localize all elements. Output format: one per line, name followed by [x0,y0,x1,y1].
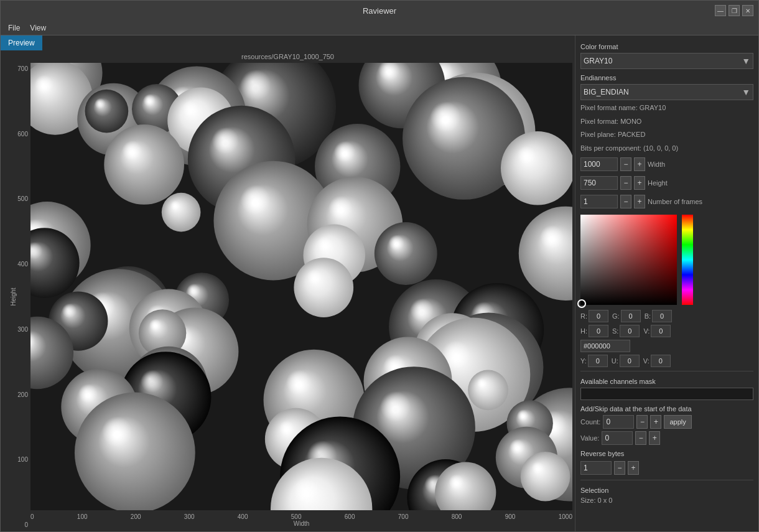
hex-value[interactable]: #000000 [580,340,630,352]
hue-strip[interactable] [682,215,693,305]
yuv-v-value[interactable]: 0 [651,355,671,367]
count-row: Count: 0 − + apply [580,415,753,429]
b-value[interactable]: 0 [652,310,672,322]
channels-mask-area[interactable] [580,388,753,400]
value-decrement[interactable]: − [635,431,646,445]
window-controls: — ❐ ✕ [715,5,753,16]
preview-tab[interactable]: Preview [1,35,42,50]
y-label-300: 300 [14,326,28,333]
hex-row: #000000 [580,340,753,352]
reverse-bytes-row: 1 − + [580,461,753,475]
main-window: Raviewer — ❐ ✕ File View Preview resourc… [0,0,759,532]
u-value[interactable]: 0 [620,355,640,367]
yuv-row: Y: 0 U: 0 V: 0 [580,355,753,367]
value-value[interactable]: 0 [602,431,633,445]
height-row: 750 − + Height [580,176,753,190]
main-image-area: 0 100 200 300 400 500 600 700 800 900 10 [30,63,572,531]
width-value[interactable]: 1000 [580,157,618,171]
titlebar: Raviewer — ❐ ✕ [1,1,758,21]
y-axis-title: Height [10,288,17,306]
v-value[interactable]: 0 [651,325,671,337]
x-label-300: 300 [184,513,195,520]
g-label: G: [612,312,620,320]
x-label-200: 200 [131,513,141,520]
x-label-100: 100 [77,513,88,520]
reverse-bytes-value[interactable]: 1 [580,461,612,475]
v-group: V: 0 [643,325,671,337]
b-label: B: [645,312,651,320]
y-label-0: 0 [14,521,28,528]
value-row: Value: 0 − + [580,431,753,445]
value-label: Value: [580,434,599,442]
x-label-400: 400 [238,513,248,520]
canvas-area[interactable] [30,63,572,512]
yuv-v-group: V: 0 [643,355,671,367]
reverse-bytes-decrement[interactable]: − [614,461,625,475]
g-value[interactable]: 0 [621,310,641,322]
width-label: Width [648,161,665,168]
h-value[interactable]: 0 [589,325,608,337]
color-format-dropdown[interactable]: GRAY10 ▼ [580,53,753,69]
x-label-900: 900 [505,513,516,520]
image-canvas [30,63,572,510]
color-format-value: GRAY10 [584,57,612,65]
close-button[interactable]: ✕ [742,5,753,16]
reverse-bytes-label: Reverse bytes [580,450,753,457]
color-format-label: Color format [580,43,753,50]
y-label-200: 200 [14,391,28,398]
frames-decrement[interactable]: − [620,195,631,208]
image-path: resources/GRAY10_1000_750 [241,53,334,60]
frames-increment[interactable]: + [634,195,645,208]
count-increment[interactable]: + [650,415,661,429]
preview-tab-label: Preview [8,39,35,47]
h-label: H: [580,327,587,335]
x-label-800: 800 [452,513,462,520]
r-value[interactable]: 0 [589,310,608,322]
count-value[interactable]: 0 [603,415,634,429]
width-increment[interactable]: + [634,157,645,171]
pixel-format: Pixel format: MONO [580,116,753,128]
endianness-dropdown[interactable]: BIG_ENDIAN ▼ [580,84,753,100]
y-label-600: 600 [14,131,28,138]
restore-button[interactable]: ❐ [729,5,740,16]
y-axis: 700 600 500 400 300 200 100 0 [3,63,30,531]
v-label: V: [643,327,650,335]
pixel-plane: Pixel plane: PACKED [580,129,753,141]
y-label-700: 700 [14,65,28,72]
frames-value[interactable]: 1 [580,195,618,208]
endianness-value: BIG_ENDIAN [584,88,629,96]
r-group: R: 0 [580,310,608,322]
menubar: File View [1,21,758,35]
skip-data-label: Add/Skip data at the start of the data [580,405,753,413]
selection-label: Selection [580,487,753,494]
width-decrement[interactable]: − [620,157,631,171]
height-decrement[interactable]: − [620,176,631,190]
s-value[interactable]: 0 [620,325,640,337]
x-axis-container: 0 100 200 300 400 500 600 700 800 900 10 [30,512,572,531]
image-container: resources/GRAY10_1000_750 Height 700 600… [1,50,575,531]
apply-button[interactable]: apply [664,415,691,429]
minimize-button[interactable]: — [715,5,726,16]
bits-per-component: Bits per component: (10, 0, 0, 0) [580,143,753,154]
height-label: Height [648,179,668,187]
endianness-label: Endianness [580,74,753,82]
pixel-format-name: Pixel format name: GRAY10 [580,103,753,114]
reverse-bytes-increment[interactable]: + [628,461,639,475]
height-value[interactable]: 750 [580,176,618,190]
y-value[interactable]: 0 [588,355,608,367]
endianness-arrow: ▼ [742,87,750,97]
file-menu[interactable]: File [3,22,25,34]
divider-1 [580,371,753,371]
frames-row: 1 − + Number of frames [580,195,753,208]
x-label-500: 500 [291,513,302,520]
content-area: Preview resources/GRAY10_1000_750 Height… [1,35,758,531]
s-group: S: 0 [612,325,640,337]
view-menu[interactable]: View [25,22,51,34]
color-picker[interactable] [580,215,753,305]
width-row: 1000 − + Width [580,157,753,171]
count-decrement[interactable]: − [636,415,648,429]
u-label: U: [612,357,618,365]
color-gradient-brightness [580,215,677,305]
value-increment[interactable]: + [649,431,660,445]
height-increment[interactable]: + [634,176,645,190]
